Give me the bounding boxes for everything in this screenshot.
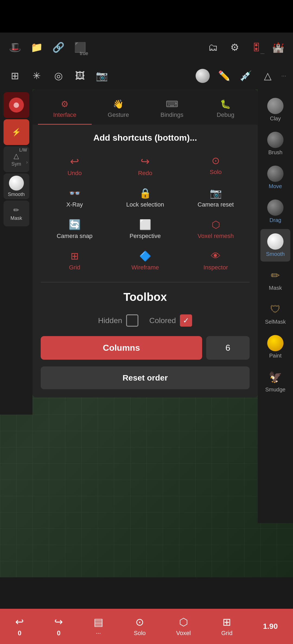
layers-bottom[interactable]: ▤ ··· [94,616,103,637]
redo-bottom-icon: ↪ [54,616,63,628]
shortcut-camera-reset[interactable]: 📷 Camera reset [182,185,250,211]
undo-icon: ↩ [70,155,79,168]
move-tool[interactable]: Move [260,161,290,194]
settings-tabs: ⚙ Interface 👋 Gesture ⌨ Bindings 🐛 Debug [33,89,258,125]
settings-icon[interactable]: ⚙ [225,38,244,57]
shortcut-xray[interactable]: 👓 X-Ray [41,185,109,211]
sym-text-label: Sym [11,161,21,167]
undo-count: 0 [18,629,21,637]
post-more-label: ··· [260,51,265,56]
colored-checkbox[interactable]: ✓ [180,314,192,327]
tab-debug[interactable]: 🐛 Debug [199,95,253,125]
mask-icon: ✏ [267,267,284,284]
drag-ball [267,199,284,216]
wireframe-label: Wireframe [131,264,159,271]
background-icon[interactable]: 🖼 [71,66,90,85]
drag-label: Drag [269,217,281,223]
xray-icon: 👓 [69,188,81,199]
version-number: 1.90 [263,622,278,631]
mask-left-icon: ✏ [13,206,19,214]
shortcut-redo[interactable]: ↪ Redo [111,152,179,179]
version-display: 1.90 [263,622,278,631]
grid-view-icon[interactable]: ⊞ [5,66,24,85]
solo-bottom[interactable]: ⊙ Solo [134,616,146,637]
more-dots: ··· [280,72,288,79]
smooth-tool[interactable]: Smooth [260,229,290,262]
tab-bindings[interactable]: ⌨ Bindings [145,95,199,125]
smudge-label: Smudge [265,387,286,393]
hat-icon[interactable]: 🎩 [5,38,24,57]
brush-tool[interactable]: Brush [260,127,290,160]
shortcut-voxel-remesh[interactable]: ⬡ Voxel remesh [182,216,250,242]
gesture-tab-label: Gesture [108,111,129,118]
post-process-icon[interactable]: 🎛 ··· [247,38,266,57]
undo-bottom[interactable]: ↩ 0 [15,616,24,637]
paint-tool[interactable]: Paint [260,331,290,363]
shortcut-wireframe[interactable]: 🔷 Wireframe [111,248,179,274]
color-btn[interactable] [4,92,29,118]
solo-bottom-icon: ⊙ [135,616,144,628]
share-icon[interactable]: 🔗 [49,38,68,57]
sym-icon: △ [14,152,19,160]
folder-icon[interactable]: 📁 [27,38,46,57]
selmask-label: SelMask [265,319,286,325]
lw-label: L/W [19,148,27,153]
tab-gesture[interactable]: 👋 Gesture [92,95,145,125]
camera-snap-label: Camera snap [57,233,93,240]
drag-tool[interactable]: Drag [260,195,290,228]
material-ball-icon[interactable] [193,66,212,85]
mask-left-label: Mask [10,215,22,221]
light-icon[interactable]: ✳ [27,66,46,85]
redo-bottom[interactable]: ↪ 0 [54,616,63,637]
camera-snap-icon: 🔄 [69,219,81,230]
mask-left-btn[interactable]: ✏ Mask [4,201,29,226]
clay-tool[interactable]: Clay [260,94,290,126]
toolbox-hidden-option: Hidden [98,314,139,327]
move-ball [267,166,284,182]
selmask-icon: 🛡 [267,301,284,317]
voxel-bottom[interactable]: ⬡ Voxel [176,616,191,637]
smudge-tool[interactable]: 🦅 Smudge [260,365,290,397]
solo-bottom-label: Solo [134,630,146,637]
smooth-ball [267,233,284,250]
left-panel: ⚡ L/W △ Sym › Smooth ✏ Mask [0,89,33,415]
mask-label: Mask [269,285,282,291]
hidden-checkbox[interactable] [126,314,138,327]
grid-bottom[interactable]: ⊞ Grid [221,616,233,637]
shortcut-solo[interactable]: ⊙ Solo [182,152,250,179]
camera-settings-icon[interactable]: ◎ [49,66,68,85]
lightning-btn[interactable]: ⚡ [4,119,29,145]
scene-icon[interactable]: 🏰 [269,38,288,57]
shortcut-lock-selection[interactable]: 🔒 Lock selection [111,185,179,211]
eyedropper-icon[interactable]: 💉 [237,66,256,85]
pen-tool-icon[interactable]: ✏️ [215,66,234,85]
shortcut-inspector[interactable]: 👁 Inspector [182,248,250,274]
bindings-tab-icon: ⌨ [166,99,178,109]
shortcut-camera-snap[interactable]: 🔄 Camera snap [41,216,109,242]
settings-panel: ⚙ Interface 👋 Gesture ⌨ Bindings 🐛 Debug… [33,89,258,397]
voxel-remesh-label: Voxel remesh [198,233,234,240]
columns-value[interactable]: 6 [206,336,250,360]
voxel-bottom-icon: ⬡ [179,616,188,628]
camera-reset-icon: 📷 [210,188,222,199]
perspective-label: Perspective [130,233,161,240]
layers-icon[interactable]: 🗂 [203,38,222,57]
stack-icon[interactable]: ⬛ true [71,38,90,57]
grid-bottom-label: Grid [221,630,233,637]
debug-tab-label: Debug [217,111,234,118]
tab-interface[interactable]: ⚙ Interface [38,95,92,125]
shortcut-undo[interactable]: ↩ Undo [41,152,109,179]
gesture-tab-icon: 👋 [113,99,124,109]
selmask-tool[interactable]: 🛡 SelMask [260,297,290,329]
smooth-left-btn[interactable]: Smooth [4,173,29,199]
shortcut-perspective[interactable]: ⬜ Perspective [111,216,179,242]
columns-button[interactable]: Columns [41,336,202,360]
reset-order-button[interactable]: Reset order [41,366,250,389]
shortcut-grid[interactable]: ⊞ Grid [41,248,109,274]
sym-btn[interactable]: L/W △ Sym › [4,146,29,172]
record-icon[interactable]: 📷 [92,66,111,85]
clay-label: Clay [270,115,281,122]
mask-tool[interactable]: ✏ Mask [260,263,290,295]
topology-icon[interactable]: △ [258,66,277,85]
interface-tab-label: Interface [53,111,77,118]
